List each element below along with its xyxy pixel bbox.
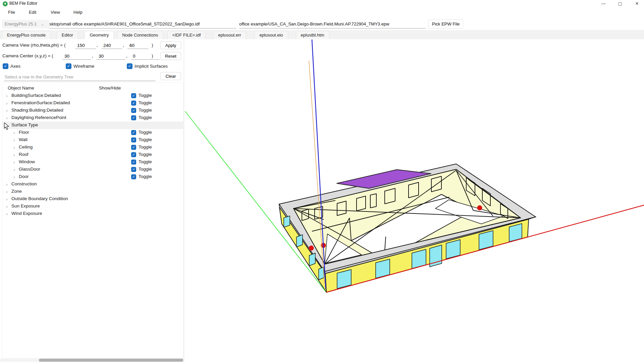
window-glazing [284,216,290,227]
daylighting-reference-point [477,205,482,210]
daylighting-reference-point [309,246,314,251]
window-glazing [309,253,315,266]
3d-scene [0,0,644,362]
window-glazing [297,235,303,247]
3d-geometry-viewport[interactable] [184,39,644,362]
